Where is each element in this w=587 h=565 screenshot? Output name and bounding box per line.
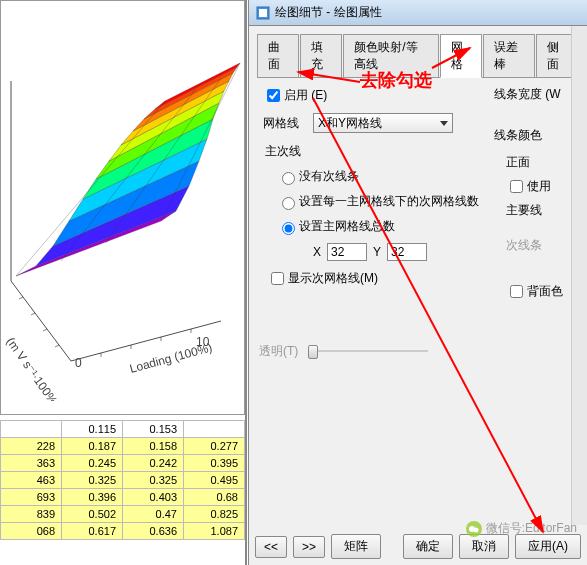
table-cell[interactable]: 0.495	[184, 472, 245, 489]
table-cell[interactable]: 228	[1, 438, 62, 455]
table-cell[interactable]: 0.396	[62, 489, 123, 506]
svg-line-6	[55, 345, 59, 347]
y-input[interactable]	[387, 243, 427, 261]
table-cell[interactable]: 0.825	[184, 506, 245, 523]
back-color-checkbox[interactable]	[510, 285, 523, 298]
show-sub-checkbox[interactable]	[271, 272, 284, 285]
ok-button[interactable]: 确定	[403, 534, 453, 559]
prev-button[interactable]: <<	[255, 536, 287, 558]
radio-total-main[interactable]	[282, 222, 295, 235]
surface-plot: Loading (100%) (m V s⁻¹·100%) 10 0	[1, 21, 241, 401]
table-cell[interactable]	[184, 421, 245, 438]
table-cell[interactable]: 0.115	[62, 421, 123, 438]
radio-no-sub[interactable]	[282, 172, 295, 185]
table-cell[interactable]: 0.395	[184, 455, 245, 472]
matrix-button[interactable]: 矩阵	[331, 534, 381, 559]
enable-label: 启用 (E)	[284, 87, 327, 104]
svg-text:(m V s⁻¹·100%): (m V s⁻¹·100%)	[4, 335, 63, 401]
svg-text:10: 10	[196, 335, 210, 349]
dialog-titlebar: 绘图细节 - 绘图属性	[249, 0, 587, 26]
apply-button[interactable]: 应用(A)	[515, 534, 581, 559]
enable-checkbox[interactable]	[267, 89, 280, 102]
dialog-title: 绘图细节 - 绘图属性	[275, 4, 382, 21]
table-cell[interactable]: 463	[1, 472, 62, 489]
watermark-text: 微信号:EditorFan	[486, 520, 577, 537]
button-bar: << >> 矩阵 确定 取消 应用(A)	[255, 534, 581, 559]
chevron-down-icon	[440, 121, 448, 126]
gridline-dropdown-value: X和Y网格线	[318, 115, 382, 132]
annotation-text: 去除勾选	[360, 68, 432, 92]
left-panel: Loading (100%) (m V s⁻¹·100%) 10 0 0.115…	[0, 0, 247, 565]
table-cell[interactable]: 0.68	[184, 489, 245, 506]
table-cell[interactable]: 0.153	[123, 421, 184, 438]
use-checkbox[interactable]	[510, 180, 523, 193]
svg-line-5	[43, 329, 47, 331]
transparency-row: 透明(T)	[259, 341, 438, 361]
gridline-label: 网格线	[263, 115, 307, 132]
table-cell[interactable]: 0.242	[123, 455, 184, 472]
radio-total-main-label: 设置主网格线总数	[299, 218, 395, 235]
table-cell[interactable]: 0.636	[123, 523, 184, 540]
table-cell[interactable]: 0.187	[62, 438, 123, 455]
x-input[interactable]	[327, 243, 367, 261]
back-color-label: 背面色	[527, 283, 563, 300]
table-cell[interactable]: 0.403	[123, 489, 184, 506]
table-cell[interactable]: 0.617	[62, 523, 123, 540]
table-cell[interactable]: 0.47	[123, 506, 184, 523]
radio-per-main[interactable]	[282, 197, 295, 210]
table-cell[interactable]: 693	[1, 489, 62, 506]
dialog-body: 曲面填充颜色映射/等高线网格误差棒侧面 启用 (E) 网格线 X和Y网格线 主次…	[249, 26, 587, 506]
app-icon	[255, 5, 271, 21]
scrollbar[interactable]	[571, 26, 587, 525]
gridline-dropdown[interactable]: X和Y网格线	[313, 113, 453, 133]
table-cell[interactable]: 0.277	[184, 438, 245, 455]
tab-0[interactable]: 曲面	[257, 34, 299, 77]
table-cell[interactable]: 1.087	[184, 523, 245, 540]
next-button[interactable]: >>	[293, 536, 325, 558]
table-cell[interactable]: 0.158	[123, 438, 184, 455]
show-sub-label: 显示次网格线(M)	[288, 270, 378, 287]
tab-1[interactable]: 填充	[300, 34, 342, 77]
table-cell[interactable]	[1, 421, 62, 438]
transparency-slider[interactable]	[308, 341, 428, 361]
tab-4[interactable]: 误差棒	[483, 34, 535, 77]
svg-point-36	[473, 527, 478, 532]
data-grid[interactable]: 0.1150.1532280.1870.1580.2773630.2450.24…	[0, 420, 245, 540]
table-cell[interactable]: 0.502	[62, 506, 123, 523]
svg-rect-31	[259, 9, 267, 17]
table-cell[interactable]: 0.245	[62, 455, 123, 472]
table-cell[interactable]: 363	[1, 455, 62, 472]
x-label: X	[313, 245, 321, 259]
watermark: 微信号:EditorFan	[466, 520, 577, 537]
table-cell[interactable]: 068	[1, 523, 62, 540]
svg-line-4	[31, 313, 35, 315]
plot-3d-area: Loading (100%) (m V s⁻¹·100%) 10 0	[0, 0, 245, 415]
cancel-button[interactable]: 取消	[459, 534, 509, 559]
table-cell[interactable]: 839	[1, 506, 62, 523]
y-label: Y	[373, 245, 381, 259]
radio-no-sub-label: 没有次线条	[299, 168, 359, 185]
table-cell[interactable]: 0.325	[123, 472, 184, 489]
radio-per-main-label: 设置每一主网格线下的次网格线数	[299, 193, 479, 210]
wechat-icon	[466, 521, 482, 537]
svg-text:0: 0	[75, 356, 82, 370]
transparency-label: 透明(T)	[259, 343, 298, 360]
tab-3[interactable]: 网格	[440, 34, 482, 78]
data-table: 0.1150.1532280.1870.1580.2773630.2450.24…	[0, 420, 245, 560]
svg-line-3	[19, 297, 23, 299]
table-cell[interactable]: 0.325	[62, 472, 123, 489]
use-label: 使用	[527, 178, 551, 195]
